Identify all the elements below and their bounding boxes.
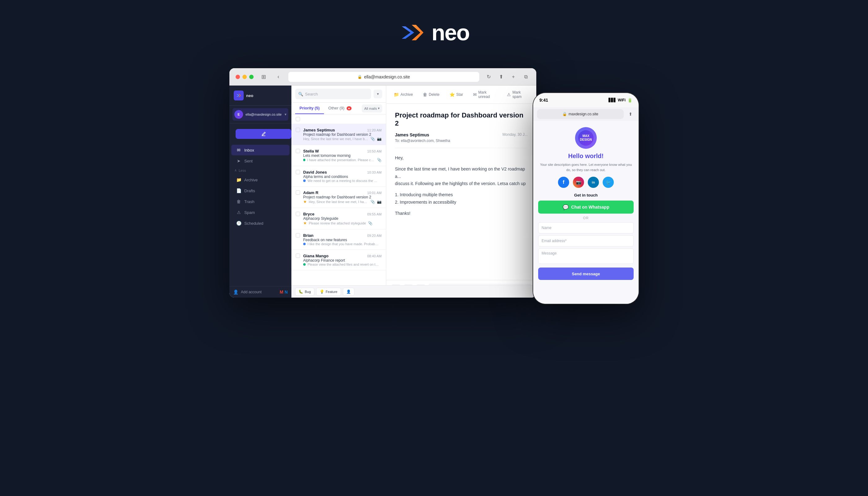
email-subject-1: Project roadmap for Dashboard version 2 <box>303 133 382 137</box>
star-action-btn[interactable]: ⭐ Star <box>447 91 466 98</box>
phone-social-icons: f 📷 in 🐦 <box>558 177 614 188</box>
delete-action-btn[interactable]: 🗑 Delete <box>420 91 442 98</box>
email-preview-1: Hey, Since the last time we met, I have … <box>303 137 369 141</box>
email-checkbox-2[interactable] <box>296 149 300 153</box>
sidebar-item-sent[interactable]: ➤ Sent <box>231 156 290 166</box>
logo-line1: MAX <box>583 134 589 138</box>
share-btn[interactable]: ⬆ <box>497 73 505 81</box>
email-item-5[interactable]: Bryce 09:55 AM Alphacorp Styleguide ★ Pl… <box>291 208 386 229</box>
sidebar-item-drafts[interactable]: 📄 Drafts <box>231 185 290 196</box>
bottom-tab-bug[interactable]: 🐛 Bug <box>295 288 314 296</box>
instagram-icon[interactable]: 📷 <box>573 177 584 188</box>
email-checkbox-1[interactable] <box>296 128 300 132</box>
email-reader-body: Project roadmap for Dashboard version 2 … <box>386 104 536 280</box>
main-container: ⊞ ‹ 🔒 ella@maxdesign.co.site ↻ ⬆ + ⧉ <box>229 68 639 304</box>
filter-icon: ▾ <box>377 92 379 96</box>
tab-other[interactable]: Other (9) ● <box>324 103 356 114</box>
phone-name-input[interactable]: Name <box>538 222 634 233</box>
email-preview-4: Hey, Since the last time we met, I have … <box>309 200 369 204</box>
address-bar[interactable]: 🔒 ella@maxdesign.co.site <box>288 72 479 82</box>
svg-marker-2 <box>236 94 239 97</box>
other-tab-badge: ● <box>346 106 352 110</box>
close-dot[interactable] <box>236 75 240 79</box>
add-account-label[interactable]: Add account <box>241 290 262 294</box>
name-placeholder: Name <box>542 226 552 230</box>
mark-spam-label: Mark spam <box>512 90 529 99</box>
neo-logo-text: neo <box>432 20 469 45</box>
sidebar-item-scheduled[interactable]: 🕐 Scheduled <box>231 218 290 229</box>
filter-dropdown-btn[interactable]: ▾ <box>374 90 382 98</box>
whatsapp-btn-label: Chat on Whatsapp <box>571 205 609 210</box>
whatsapp-button[interactable]: 💬 Chat on Whatsapp <box>538 201 634 214</box>
chevron-down-icon: ▾ <box>284 112 286 117</box>
star-action-label: Star <box>456 92 463 97</box>
sidebar-archive-label: Archive <box>244 177 258 182</box>
email-filter-dropdown[interactable]: All mails ▾ <box>362 105 382 112</box>
sidebar-account-info: neo <box>246 93 253 98</box>
phone-message-input[interactable]: Message <box>538 248 634 264</box>
email-checkbox-3[interactable] <box>296 170 300 174</box>
bottom-tab-user[interactable]: 👤 <box>343 288 354 296</box>
email-sender-7: Giana Mango <box>303 253 329 258</box>
sidebar-item-archive[interactable]: 📁 Archive <box>231 174 290 185</box>
user-avatar: E <box>234 110 243 119</box>
phone-hello-text: Hello world! <box>568 153 604 160</box>
sidebar-item-inbox[interactable]: ✉ Inbox <box>231 145 290 155</box>
new-tab-btn[interactable]: + <box>509 73 518 81</box>
email-item-6[interactable]: Brian 09:20 AM Feedback on new features … <box>291 229 386 250</box>
bug-icon: 🐛 <box>298 290 303 294</box>
email-checkbox-4[interactable] <box>296 190 300 195</box>
email-search-box[interactable]: 🔍 Search <box>295 89 371 99</box>
browser-bottom-tabs: 🐛 Bug 💡 Feature 👤 <box>291 285 536 298</box>
mark-unread-action-btn[interactable]: ✉ Mark unread <box>470 89 499 100</box>
minimize-dot[interactable] <box>243 75 247 79</box>
sidebar-item-trash[interactable]: 🗑 Trash <box>231 196 290 207</box>
email-checkbox-7[interactable] <box>296 253 300 258</box>
spam-icon: ⚠ <box>236 210 241 215</box>
camera-icon-4: 📷 <box>377 200 382 204</box>
sidebar-item-spam[interactable]: ⚠ Spam <box>231 207 290 218</box>
email-subject-5: Alphacorp Styleguide <box>303 216 382 221</box>
compose-button[interactable] <box>236 129 291 139</box>
email-items-list: James Septimus 11:20 AM Project roadmap … <box>291 124 386 298</box>
attachment-icon-4: 📎 <box>370 200 375 204</box>
mark-spam-action-btn[interactable]: ⚠ Mark spam <box>505 89 531 100</box>
email-preview-5: Please review the attached styleguide <box>309 221 366 225</box>
twitter-icon[interactable]: 🐦 <box>603 177 614 188</box>
phone-email-input[interactable]: Email address* <box>538 235 634 246</box>
back-btn[interactable]: ‹ <box>274 72 283 82</box>
whatsapp-icon: 💬 <box>563 204 569 210</box>
email-item-7[interactable]: Giana Mango 08:40 AM Alphacorp Finance r… <box>291 250 386 270</box>
online-dot-2 <box>303 159 305 161</box>
search-icon: 🔍 <box>298 92 303 96</box>
email-item-4[interactable]: Adam R 10:01 AM Project roadmap for Dash… <box>291 187 386 208</box>
linkedin-icon[interactable]: in <box>588 177 599 188</box>
email-checkbox-6[interactable] <box>296 233 300 237</box>
reload-btn[interactable]: ↻ <box>484 73 493 81</box>
sidebar-account-row[interactable]: E ella@maxdesign.co.site ▾ <box>229 106 291 123</box>
phone-get-in-touch-label: Get in touch <box>574 193 598 198</box>
phone-url-bar[interactable]: 🔒 maxdesign.co.site <box>537 109 624 119</box>
select-all-checkbox[interactable] <box>296 117 300 121</box>
email-time-5: 09:55 AM <box>367 212 382 216</box>
email-subject-4: Project roadmap for Dashboard version 2 <box>303 195 382 199</box>
email-preview-3: We need to get on a meeting to discuss t… <box>308 179 379 183</box>
tabs-btn[interactable]: ⧉ <box>522 73 530 81</box>
send-message-button[interactable]: Send message <box>538 267 634 280</box>
email-item-1[interactable]: James Septimus 11:20 AM Project roadmap … <box>291 124 386 145</box>
maximize-dot[interactable] <box>249 75 253 79</box>
delete-action-label: Delete <box>429 92 439 97</box>
email-checkbox-5[interactable] <box>296 212 300 216</box>
phone-share-btn[interactable]: ⬆ <box>626 110 635 119</box>
sidebar-toggle-btn[interactable]: ⊞ <box>259 72 268 82</box>
email-item-2[interactable]: Stella W 10:50 AM Lets meet tomorrow mor… <box>291 145 386 166</box>
unread-dot-6 <box>303 243 306 245</box>
sidebar-less-toggle[interactable]: ∧ Less <box>229 167 291 174</box>
tab-priority[interactable]: Priority (5) <box>295 103 324 114</box>
email-item-3[interactable]: David Jones 10:33 AM Alpha terms and con… <box>291 166 386 187</box>
facebook-icon[interactable]: f <box>558 177 569 188</box>
gmail-icon: M <box>280 290 283 294</box>
bottom-tab-feature[interactable]: 💡 Feature <box>316 288 341 296</box>
archive-action-btn[interactable]: 📁 Archive <box>391 91 415 98</box>
search-placeholder: Search <box>305 92 318 96</box>
